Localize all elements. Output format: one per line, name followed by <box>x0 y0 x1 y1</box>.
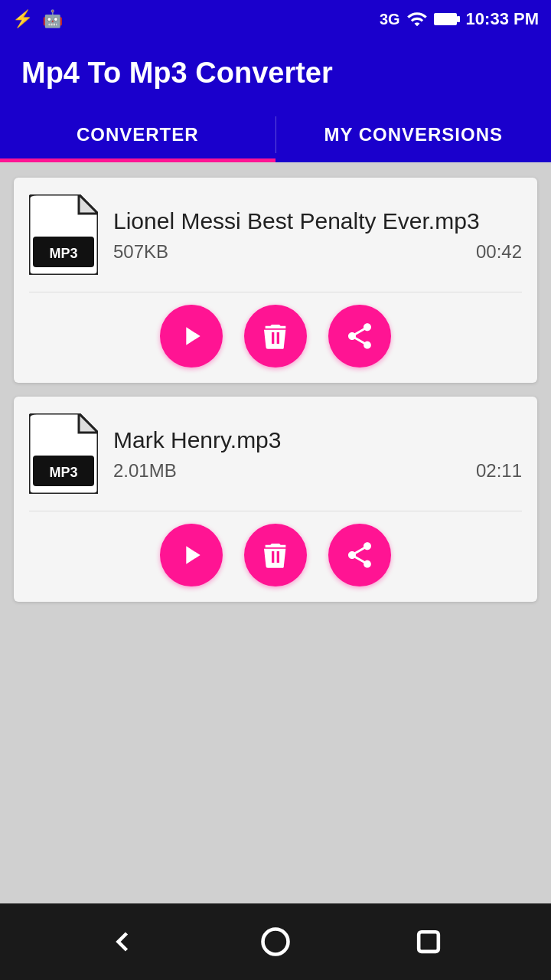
file-card-1: MP3 Lionel Messi Best Penalty Ever.mp3 5… <box>14 178 537 383</box>
svg-text:MP3: MP3 <box>49 246 77 261</box>
recents-icon <box>412 925 445 959</box>
file-actions-1 <box>29 305 522 368</box>
status-bar: ⚡ 🤖 3G 10:33 PM <box>0 0 551 38</box>
android-icon: 🤖 <box>42 9 63 29</box>
trash-icon-1 <box>260 321 291 351</box>
play-icon-1 <box>176 321 207 351</box>
svg-text:MP3: MP3 <box>49 465 77 480</box>
play-button-1[interactable] <box>160 305 223 368</box>
home-button[interactable] <box>253 919 298 965</box>
play-icon-2 <box>176 540 207 570</box>
home-icon <box>259 925 292 959</box>
svg-point-6 <box>263 929 289 955</box>
status-bar-right: 3G 10:33 PM <box>380 8 539 30</box>
file-info-1: Lionel Messi Best Penalty Ever.mp3 507KB… <box>113 207 522 263</box>
play-button-2[interactable] <box>160 524 223 586</box>
share-button-2[interactable] <box>328 524 391 586</box>
file-divider-2 <box>29 511 522 511</box>
trash-icon-2 <box>260 540 291 570</box>
app-bar: Mp4 To Mp3 Converter <box>0 38 551 107</box>
mp3-file-icon-2: MP3 <box>29 413 98 494</box>
signal-icon <box>406 8 428 30</box>
app-title: Mp4 To Mp3 Converter <box>21 57 333 90</box>
file-name-1: Lionel Messi Best Penalty Ever.mp3 <box>113 207 522 235</box>
signal-indicator: 3G <box>380 11 400 28</box>
delete-button-1[interactable] <box>244 305 307 368</box>
tab-bar: CONVERTER MY CONVERSIONS <box>0 107 551 162</box>
bottom-nav <box>0 903 551 980</box>
mp3-file-icon-1: MP3 <box>29 194 98 275</box>
file-card-top-2: MP3 Mark Henry.mp3 2.01MB 02:11 <box>29 413 522 494</box>
content-area: MP3 Lionel Messi Best Penalty Ever.mp3 5… <box>0 162 551 903</box>
file-size-1: 507KB <box>113 241 168 263</box>
file-name-2: Mark Henry.mp3 <box>113 426 522 454</box>
share-icon-1 <box>344 321 375 351</box>
file-info-2: Mark Henry.mp3 2.01MB 02:11 <box>113 426 522 482</box>
svg-rect-0 <box>434 13 457 25</box>
file-meta-2: 2.01MB 02:11 <box>113 460 522 482</box>
share-button-1[interactable] <box>328 305 391 368</box>
file-duration-2: 02:11 <box>476 460 522 482</box>
time-display: 10:33 PM <box>466 9 539 29</box>
svg-rect-7 <box>419 932 439 952</box>
file-duration-1: 00:42 <box>476 241 522 263</box>
usb-icon: ⚡ <box>12 9 33 29</box>
file-card-2: MP3 Mark Henry.mp3 2.01MB 02:11 <box>14 397 537 602</box>
svg-rect-1 <box>457 16 460 22</box>
recents-button[interactable] <box>406 919 452 965</box>
back-button[interactable] <box>99 919 145 965</box>
status-bar-left: ⚡ 🤖 <box>12 9 63 29</box>
delete-button-2[interactable] <box>244 524 307 586</box>
file-meta-1: 507KB 00:42 <box>113 241 522 263</box>
tab-my-conversions[interactable]: MY CONVERSIONS <box>276 107 552 162</box>
file-divider-1 <box>29 292 522 292</box>
battery-icon <box>434 11 460 27</box>
file-card-top-1: MP3 Lionel Messi Best Penalty Ever.mp3 5… <box>29 194 522 275</box>
tab-converter[interactable]: CONVERTER <box>0 107 276 162</box>
file-size-2: 2.01MB <box>113 460 177 482</box>
share-icon-2 <box>344 540 375 570</box>
back-icon <box>106 925 139 959</box>
file-actions-2 <box>29 524 522 586</box>
